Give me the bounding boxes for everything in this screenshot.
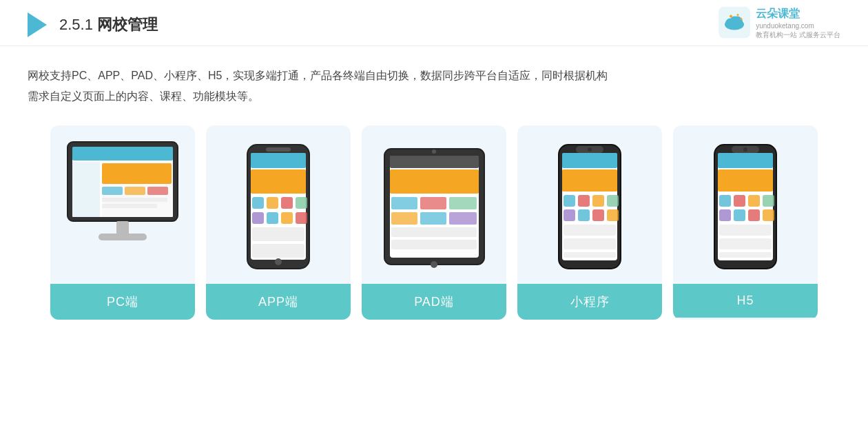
svg-point-71 xyxy=(743,147,747,152)
svg-rect-73 xyxy=(718,169,773,192)
svg-rect-64 xyxy=(607,209,619,221)
card-pc: PC端 xyxy=(50,125,195,320)
svg-rect-31 xyxy=(267,212,278,224)
card-app-label: APP端 xyxy=(206,284,351,320)
svg-rect-16 xyxy=(147,187,168,195)
svg-rect-39 xyxy=(390,156,479,168)
svg-rect-29 xyxy=(296,197,307,209)
card-miniapp-image xyxy=(517,125,662,284)
svg-rect-78 xyxy=(719,209,731,221)
svg-rect-27 xyxy=(267,197,278,209)
svg-point-40 xyxy=(432,149,436,154)
svg-rect-77 xyxy=(763,195,774,207)
svg-rect-17 xyxy=(102,198,167,202)
svg-rect-57 xyxy=(564,195,575,207)
card-h5-label: H5 xyxy=(673,284,818,318)
svg-rect-10 xyxy=(72,147,173,161)
card-app-image xyxy=(206,125,351,284)
svg-point-7 xyxy=(741,18,743,20)
svg-rect-49 xyxy=(391,240,477,249)
card-h5: H5 xyxy=(673,125,818,320)
svg-rect-28 xyxy=(281,197,293,209)
card-pad-image xyxy=(362,125,506,284)
logo-triangle-icon xyxy=(28,12,47,37)
svg-rect-45 xyxy=(391,212,417,225)
svg-rect-55 xyxy=(562,153,617,168)
svg-rect-65 xyxy=(564,225,616,236)
svg-rect-79 xyxy=(734,209,745,221)
app-phone-svg xyxy=(244,143,313,271)
svg-rect-56 xyxy=(562,169,617,192)
svg-rect-20 xyxy=(99,234,147,240)
svg-rect-75 xyxy=(734,195,745,207)
card-pad-label: PAD端 xyxy=(362,284,506,320)
card-app: APP端 xyxy=(206,125,351,320)
svg-rect-63 xyxy=(592,209,604,221)
svg-rect-67 xyxy=(564,252,616,258)
svg-rect-18 xyxy=(102,204,157,208)
svg-rect-62 xyxy=(578,209,590,221)
svg-rect-74 xyxy=(719,195,731,207)
svg-rect-59 xyxy=(592,195,604,207)
svg-rect-44 xyxy=(449,197,477,209)
svg-rect-46 xyxy=(420,212,446,225)
svg-rect-26 xyxy=(252,197,264,209)
svg-rect-23 xyxy=(251,153,306,168)
card-h5-image xyxy=(673,125,818,284)
svg-rect-47 xyxy=(449,212,477,225)
svg-point-50 xyxy=(431,261,437,268)
svg-rect-60 xyxy=(607,195,619,207)
svg-rect-24 xyxy=(266,147,291,152)
brand-logo: 云朵课堂 yunduoketang.com 教育机构一站 式服务云平台 xyxy=(719,7,840,39)
svg-rect-30 xyxy=(252,212,264,224)
svg-rect-41 xyxy=(390,169,479,194)
card-pc-image xyxy=(50,125,195,284)
svg-point-5 xyxy=(730,15,732,18)
card-pc-label: PC端 xyxy=(50,284,195,320)
svg-rect-58 xyxy=(578,195,590,207)
pad-tablet-svg xyxy=(381,143,488,271)
svg-rect-35 xyxy=(252,244,304,258)
svg-rect-48 xyxy=(391,227,477,237)
svg-point-6 xyxy=(737,14,739,16)
pc-monitor-svg xyxy=(64,138,181,276)
svg-rect-72 xyxy=(718,153,773,168)
svg-rect-42 xyxy=(391,197,417,209)
page-header: 2.5.1 网校管理 云朵课堂 yunduoketang.com 教育机构一站 … xyxy=(0,0,868,46)
svg-rect-14 xyxy=(102,187,123,195)
brand-icon xyxy=(719,7,750,39)
svg-rect-80 xyxy=(748,209,760,221)
svg-rect-66 xyxy=(564,238,616,249)
miniapp-phone-svg xyxy=(555,143,624,271)
svg-point-54 xyxy=(588,147,592,152)
device-cards-section: PC端 xyxy=(0,118,868,333)
svg-rect-76 xyxy=(748,195,760,207)
svg-rect-25 xyxy=(251,169,306,194)
card-miniapp: 小程序 xyxy=(517,125,662,320)
svg-rect-43 xyxy=(420,197,446,209)
svg-rect-11 xyxy=(72,162,100,217)
svg-rect-33 xyxy=(296,212,307,224)
svg-point-36 xyxy=(275,258,282,265)
h5-phone-svg xyxy=(711,143,780,271)
svg-rect-34 xyxy=(252,227,304,241)
svg-rect-32 xyxy=(281,212,293,224)
svg-rect-84 xyxy=(719,252,772,258)
svg-rect-83 xyxy=(719,238,772,249)
svg-rect-81 xyxy=(763,209,774,221)
card-miniapp-label: 小程序 xyxy=(517,284,662,320)
svg-rect-61 xyxy=(564,209,575,221)
card-pad: PAD端 xyxy=(362,125,506,320)
page-title: 2.5.1 网校管理 xyxy=(59,14,158,35)
description-text: 网校支持PC、APP、PAD、小程序、H5，实现多端打通，产品各终端自由切换，数… xyxy=(0,46,868,118)
svg-rect-15 xyxy=(125,187,145,195)
svg-rect-13 xyxy=(102,163,172,184)
svg-rect-19 xyxy=(116,221,129,235)
brand-text: 云朵课堂 yunduoketang.com 教育机构一站 式服务云平台 xyxy=(756,7,840,39)
svg-rect-82 xyxy=(719,225,772,236)
